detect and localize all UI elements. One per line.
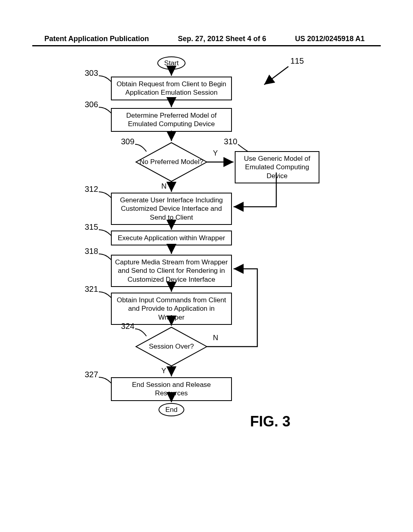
step-315: Execute Application within Wrapper <box>111 231 232 245</box>
edge-324-y: Y <box>161 367 166 375</box>
arrow-start-303 <box>171 68 172 77</box>
decision-309-label: No Preferred Model? <box>135 142 208 182</box>
figure-label: FIG. 3 <box>250 413 290 430</box>
arrow-324-loop <box>207 268 259 349</box>
decision-324-label: Session Over? <box>135 326 208 367</box>
decision-324: Session Over? <box>135 326 208 367</box>
edge-309-n: N <box>161 182 167 191</box>
ref-115-arrow <box>258 64 290 89</box>
header-left: Patent Application Publication <box>44 35 149 43</box>
svg-line-0 <box>264 66 288 85</box>
arrow-318-321 <box>171 284 172 293</box>
arrow-312-315 <box>171 222 172 231</box>
arrow-324-327 <box>171 366 172 378</box>
header-right: US 2012/0245918 A1 <box>295 35 365 43</box>
edge-309-y: Y <box>213 149 218 158</box>
ref-321: 321 <box>85 285 98 294</box>
arrow-321-324 <box>171 315 172 327</box>
ref-310: 310 <box>224 137 237 146</box>
ref-306: 306 <box>85 100 98 109</box>
end-terminator: End <box>159 403 184 416</box>
header-rule <box>32 45 381 46</box>
ref-324: 324 <box>121 322 134 331</box>
ref-312: 312 <box>85 185 98 194</box>
step-303: Obtain Request from Client to Begin Appl… <box>111 77 232 100</box>
ref-309: 309 <box>121 137 134 146</box>
arrow-306-309 <box>171 131 172 143</box>
ref-318: 318 <box>85 247 98 256</box>
ref-115: 115 <box>290 56 304 66</box>
ref-327: 327 <box>85 370 98 379</box>
arrow-310-merge <box>232 172 278 209</box>
step-306: Determine Preferred Model of Emulated Co… <box>111 108 232 132</box>
header-center: Sep. 27, 2012 Sheet 4 of 6 <box>178 35 266 43</box>
arrow-315-318 <box>171 246 172 256</box>
arrow-309-312 <box>171 181 172 193</box>
arrow-327-end <box>171 393 172 404</box>
decision-309: No Preferred Model? <box>135 142 208 182</box>
page-header: Patent Application Publication Sep. 27, … <box>44 35 365 43</box>
arrow-303-306 <box>171 99 172 109</box>
arrow-309-310 <box>207 161 235 163</box>
ref-303: 303 <box>85 69 98 78</box>
step-312: Generate User Interface Including Custom… <box>111 193 232 225</box>
ref-315: 315 <box>85 222 98 232</box>
